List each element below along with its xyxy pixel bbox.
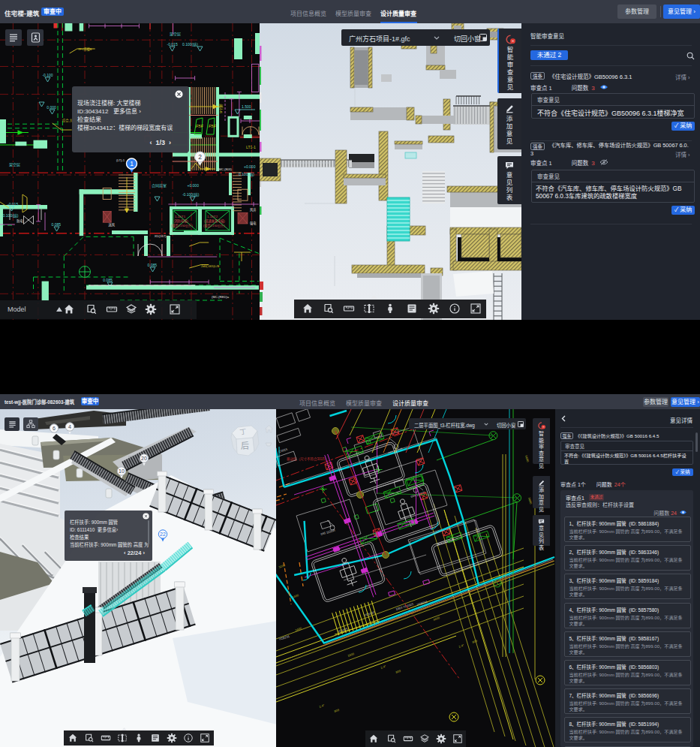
svg-text:-0.100: -0.100 bbox=[42, 73, 53, 77]
svg-text:1.500: 1.500 bbox=[242, 104, 251, 109]
svg-text:6600: 6600 bbox=[524, 455, 530, 463]
svg-text:6: 6 bbox=[53, 426, 56, 431]
svg-text:1-1DT1: 1-1DT1 bbox=[175, 215, 186, 218]
svg-text:丁: 丁 bbox=[239, 428, 247, 436]
svg-text:3200: 3200 bbox=[278, 563, 287, 569]
svg-text:0.100(结): 0.100(结) bbox=[239, 172, 254, 177]
svg-text:2: 2 bbox=[198, 153, 202, 161]
svg-text:2.4*: 2.4* bbox=[380, 664, 387, 670]
svg-text:2.4*: 2.4* bbox=[458, 643, 465, 649]
svg-text:-0.100(结): -0.100(结) bbox=[2, 213, 19, 218]
svg-text:(载重2150公斤): (载重2150公斤) bbox=[171, 223, 193, 228]
svg-text:1-1DT2: 1-1DT2 bbox=[207, 215, 218, 218]
svg-text:LT1-1: LT1-1 bbox=[246, 145, 256, 149]
svg-text:809: 809 bbox=[472, 639, 479, 644]
svg-text:0.000: 0.000 bbox=[47, 105, 56, 110]
svg-text:合同前室: 合同前室 bbox=[152, 183, 167, 188]
svg-text:7F#塔楼B: 7F#塔楼B bbox=[78, 47, 92, 52]
svg-text:(载重2150公斤): (载重2150公斤) bbox=[203, 223, 225, 228]
svg-text:2d0(.065)L/B: 2d0(.065)L/B bbox=[201, 264, 219, 268]
svg-text:F5F: F5F bbox=[209, 124, 216, 128]
svg-text:809: 809 bbox=[395, 669, 402, 674]
svg-text:-0.015: -0.015 bbox=[167, 42, 178, 47]
svg-text:强电: 强电 bbox=[250, 221, 257, 226]
svg-text:后: 后 bbox=[241, 441, 249, 450]
svg-text:4400: 4400 bbox=[433, 616, 441, 622]
svg-text:C3015: C3015 bbox=[278, 447, 288, 453]
svg-text:20: 20 bbox=[141, 456, 147, 461]
svg-text:(普通乘客电梯): (普通乘客电梯) bbox=[204, 218, 226, 224]
svg-text:风井: 风井 bbox=[250, 207, 256, 212]
svg-text:0.085: 0.085 bbox=[148, 263, 158, 267]
svg-text:F5F: F5F bbox=[196, 124, 203, 128]
svg-text:5F栏杆: 5F栏杆 bbox=[218, 103, 224, 113]
svg-text:(LT)-1: (LT)-1 bbox=[116, 158, 125, 162]
svg-text:+0.000: +0.000 bbox=[244, 164, 256, 169]
svg-text:架空层: 架空层 bbox=[170, 32, 181, 37]
svg-text:XD(247): XD(247) bbox=[155, 234, 167, 238]
svg-text:10: 10 bbox=[119, 468, 125, 474]
svg-text:YCB231: YCB231 bbox=[278, 634, 290, 641]
svg-text:809: 809 bbox=[334, 708, 341, 713]
svg-text:4: 4 bbox=[68, 424, 71, 429]
svg-text:0.085: 0.085 bbox=[52, 222, 62, 227]
svg-text:防电: 防电 bbox=[17, 218, 23, 224]
svg-text:(MC.(803): (MC.(803) bbox=[218, 167, 232, 171]
svg-text:1800: 1800 bbox=[347, 652, 356, 658]
svg-text:送风: 送风 bbox=[109, 222, 116, 227]
svg-text:2400: 2400 bbox=[295, 626, 303, 632]
svg-text:2.4*: 2.4* bbox=[319, 703, 326, 709]
svg-text:YC1025: YC1025 bbox=[364, 610, 376, 617]
svg-text:1: 1 bbox=[130, 160, 134, 167]
svg-text:+0.000: +0.000 bbox=[188, 183, 200, 188]
svg-text:0.085: 0.085 bbox=[103, 278, 113, 282]
svg-text:-0.015: -0.015 bbox=[8, 202, 18, 206]
svg-text:095 1111训: 095 1111训 bbox=[320, 527, 336, 536]
svg-text:(消防电梯): (消防电梯) bbox=[173, 218, 188, 224]
svg-text:0.100(结): 0.100(结) bbox=[182, 42, 198, 47]
svg-text:22: 22 bbox=[160, 532, 166, 537]
svg-text:(MC.(RED)a: (MC.(RED)a bbox=[212, 295, 230, 299]
svg-text:架空层: 架空层 bbox=[9, 162, 20, 167]
